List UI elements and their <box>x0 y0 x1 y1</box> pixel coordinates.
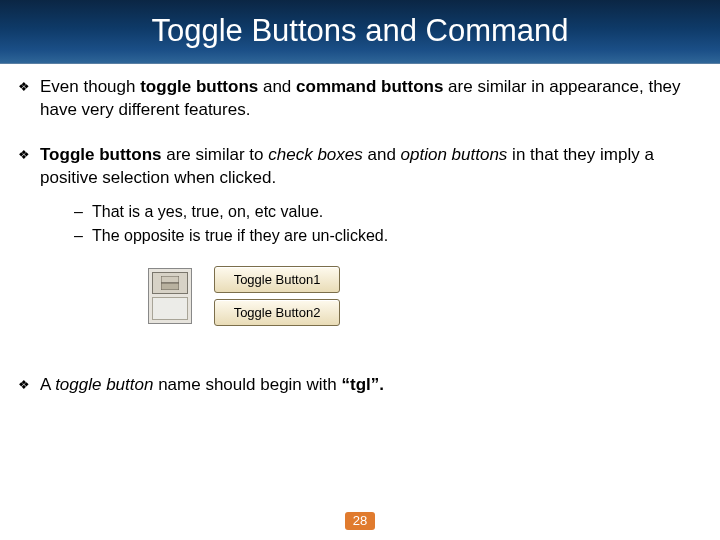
dash-bullet-icon: – <box>74 224 92 248</box>
text-run: Even though <box>40 77 140 96</box>
text-run: and <box>258 77 296 96</box>
slide: Toggle Buttons and Command ❖ Even though… <box>0 0 720 540</box>
toggle-button-graphic: Toggle Button1 Toggle Button2 <box>148 266 690 326</box>
bullet-2: ❖ Toggle buttons are similar to check bo… <box>18 144 690 190</box>
slide-title: Toggle Buttons and Command <box>151 14 568 48</box>
text-italic: check boxes <box>268 145 363 164</box>
title-band: Toggle Buttons and Command <box>0 0 720 64</box>
diamond-bullet-icon: ❖ <box>18 144 40 164</box>
text-run: name should begin with <box>153 375 341 394</box>
text-bold: command buttons <box>296 77 443 96</box>
text-bold: toggle buttons <box>140 77 258 96</box>
slide-body: ❖ Even though toggle buttons and command… <box>18 76 690 419</box>
bullet-3: ❖ A toggle button name should begin with… <box>18 374 690 397</box>
toggle-button-icon <box>161 276 179 290</box>
text-bold: Toggle buttons <box>40 145 162 164</box>
sub-bullet-2: – The opposite is true if they are un-cl… <box>74 224 690 248</box>
svg-rect-1 <box>161 283 179 290</box>
toggle-button-stack: Toggle Button1 Toggle Button2 <box>214 266 340 326</box>
text-run: A <box>40 375 55 394</box>
diamond-bullet-icon: ❖ <box>18 374 40 394</box>
text-run: are similar to <box>162 145 269 164</box>
dash-bullet-icon: – <box>74 200 92 224</box>
page-number: 28 <box>345 512 375 530</box>
bullet-1: ❖ Even though toggle buttons and command… <box>18 76 690 122</box>
sub-bullet-1-text: That is a yes, true, on, etc value. <box>92 200 690 224</box>
example-toggle-button-2: Toggle Button2 <box>214 299 340 326</box>
sub-bullet-list: – That is a yes, true, on, etc value. – … <box>74 200 690 248</box>
svg-rect-0 <box>161 276 179 283</box>
bullet-3-text: A toggle button name should begin with “… <box>40 374 690 397</box>
toolbox-toggle-tool <box>152 272 188 295</box>
example-toggle-button-1: Toggle Button1 <box>214 266 340 293</box>
bullet-1-text: Even though toggle buttons and command b… <box>40 76 690 122</box>
text-run: and <box>363 145 401 164</box>
toolbox-empty-tool <box>152 297 188 320</box>
toolbox-panel <box>148 268 192 324</box>
text-italic: toggle button <box>55 375 153 394</box>
diamond-bullet-icon: ❖ <box>18 76 40 96</box>
sub-bullet-2-text: The opposite is true if they are un-clic… <box>92 224 690 248</box>
text-bold: “tgl”. <box>342 375 385 394</box>
slide-footer: 28 <box>0 511 720 530</box>
text-italic: option buttons <box>401 145 508 164</box>
bullet-2-text: Toggle buttons are similar to check boxe… <box>40 144 690 190</box>
sub-bullet-1: – That is a yes, true, on, etc value. <box>74 200 690 224</box>
